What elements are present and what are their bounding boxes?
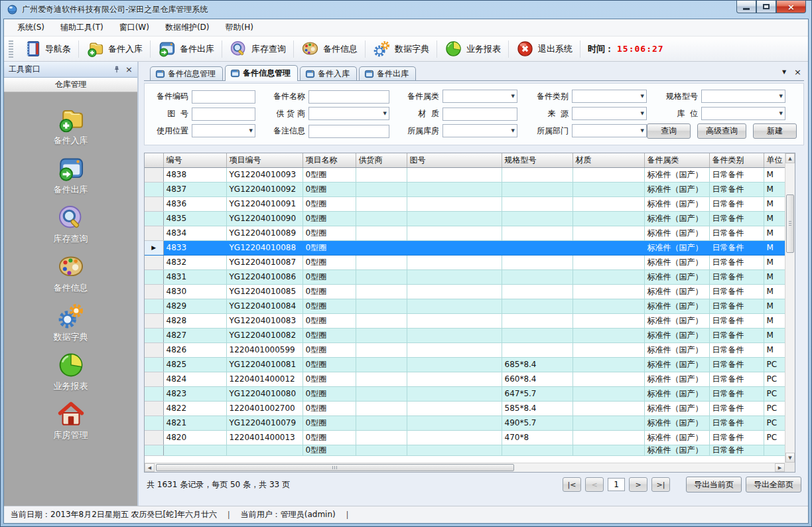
part-class-select[interactable] (442, 90, 517, 103)
last-page-button[interactable]: >| (651, 477, 670, 492)
table-row[interactable]: 4821YG122040100790型圈490*5.7标准件（国产）日常备件PC (145, 415, 785, 430)
table-row[interactable]: 0型圈标准件（国产）日常备件 (145, 445, 785, 455)
scroll-left-icon[interactable]: ◀ (145, 463, 155, 472)
table-row[interactable]: 482212204010027000型圈585*8.4标准件（国产）日常备件PC (145, 401, 785, 415)
table-row[interactable]: 4832YG122040100870型圈标准件（国产）日常备件M (145, 255, 785, 269)
toolbar-stock-out-button[interactable]: 备件出库 (153, 38, 220, 60)
column-header-10[interactable]: 单位 (764, 153, 785, 167)
column-header-8[interactable]: 备件属类 (644, 153, 709, 167)
warehouse-select[interactable] (442, 124, 517, 137)
first-page-button[interactable]: |< (563, 477, 581, 492)
sidebar-item-data-dict[interactable]: 数据字典 (54, 302, 88, 343)
cell: 4833 (163, 240, 226, 255)
material-input[interactable] (442, 108, 517, 121)
menu-item-1[interactable]: 系统(S) (9, 19, 52, 37)
tab-3[interactable]: 备件入库 (300, 66, 357, 80)
sidebar-item-report[interactable]: 业务报表 (54, 351, 88, 392)
tab-close-icon[interactable]: × (794, 68, 801, 76)
next-page-button[interactable]: > (629, 477, 647, 492)
horizontal-scroll-thumb[interactable] (156, 464, 514, 471)
table-row[interactable]: 4829YG122040100840型圈标准件（国产）日常备件M (145, 299, 785, 313)
minimize-button[interactable] (736, 1, 756, 13)
table-row[interactable]: 4823YG122040100800型圈647*5.7标准件（国产）日常备件PC (145, 386, 785, 401)
toolbar-navbar-button[interactable]: 导航条 (18, 38, 76, 60)
remark-input[interactable] (308, 125, 389, 138)
pin-icon[interactable] (112, 65, 121, 74)
sidebar-item-warehouse[interactable]: 库房管理 (54, 400, 88, 441)
tab-1[interactable]: 备件信息管理 (150, 66, 223, 80)
column-header-6[interactable]: 规格型号 (502, 153, 573, 167)
cell: 日常备件 (709, 255, 764, 269)
column-header-3[interactable]: 项目名称 (303, 153, 356, 167)
part-category-select[interactable] (572, 90, 647, 103)
supplier-select[interactable] (308, 107, 389, 120)
toolbar-inventory-query-button[interactable]: 库存查询 (224, 38, 291, 60)
export-all-pages-button[interactable]: 导出全部页 (746, 477, 801, 492)
tab-4[interactable]: 备件出库 (359, 66, 416, 80)
menu-item-4[interactable]: 数据维护(D) (157, 19, 218, 37)
table-row[interactable]: 4836YG122040100910型圈标准件（国产）日常备件M (145, 196, 785, 211)
maximize-button[interactable] (756, 1, 776, 13)
scroll-down-icon[interactable]: ▼ (785, 453, 795, 463)
table-row[interactable]: 4837YG122040100920型圈标准件（国产）日常备件M (145, 182, 785, 196)
source-select[interactable] (572, 107, 647, 120)
drawing-no-input[interactable] (192, 108, 255, 121)
table-row[interactable]: 4831YG122040100860型圈标准件（国产）日常备件M (145, 269, 785, 284)
toolbar-stock-in-button[interactable]: 备件入库 (81, 38, 148, 60)
sidebar-item-parts-info[interactable]: 备件信息 (54, 253, 88, 294)
table-row[interactable]: 4835YG122040100900型圈标准件（国产）日常备件M (145, 211, 785, 226)
column-header-0[interactable] (145, 153, 163, 167)
table-row[interactable]: 4825YG122040100810型圈685*8.4标准件（国产）日常备件PC (145, 357, 785, 372)
column-header-9[interactable]: 备件类别 (709, 153, 764, 167)
part-code-input[interactable] (192, 90, 255, 104)
advanced-query-button[interactable]: 高级查询 (697, 123, 746, 139)
sidebar-group-title[interactable]: 仓库管理 (4, 78, 137, 92)
table-row[interactable]: 4830YG122040100850型圈标准件（国产）日常备件M (145, 284, 785, 299)
toolbar-data-dict-button[interactable]: 数据字典 (368, 38, 435, 60)
column-header-4[interactable]: 供货商 (356, 153, 407, 167)
table-row[interactable]: 4827YG122040100820型圈标准件（国产）日常备件M (145, 328, 785, 342)
horizontal-scrollbar[interactable]: ◀ ▶ (145, 463, 785, 472)
scroll-right-icon[interactable]: ▶ (775, 463, 785, 472)
column-header-7[interactable]: 材质 (573, 153, 644, 167)
table-row[interactable]: 4834YG122040100890型圈标准件（国产）日常备件M (145, 226, 785, 240)
toolbar-exit-button[interactable]: 退出系统 (511, 38, 578, 60)
table-row[interactable]: 482612204010005990型圈标准件（国产）日常备件M (145, 342, 785, 357)
location-select[interactable] (701, 107, 785, 120)
toolbar-parts-info-button[interactable]: 备件信息 (296, 38, 363, 60)
table-row[interactable]: 4828YG122040100830型圈标准件（国产）日常备件M (145, 313, 785, 328)
sidebar-item-inventory-query[interactable]: 库存查询 (54, 204, 88, 245)
vertical-scrollbar[interactable]: ▲ ▼ (785, 153, 795, 463)
title-bar[interactable]: 广州爱奇迪软件科技有限公司-深田之星仓库管理系统 × (1, 1, 811, 19)
table-row[interactable]: 4838YG122040100930型圈标准件（国产）日常备件M (145, 167, 785, 182)
table-row[interactable]: 482412204014000120型圈660*8.4标准件（国产）日常备件PC (145, 372, 785, 386)
spec-model-select[interactable] (701, 90, 785, 103)
menu-item-2[interactable]: 辅助工具(T) (52, 19, 111, 37)
report-icon (444, 40, 462, 58)
toolbar-report-button[interactable]: 业务报表 (439, 38, 506, 60)
toolbar-grip[interactable] (9, 40, 13, 58)
tab-list-dropdown-icon[interactable]: ▼ (782, 69, 786, 75)
page-number-input[interactable] (608, 478, 625, 491)
sidebar-item-stock-in[interactable]: 备件入库 (54, 106, 88, 147)
export-current-page-button[interactable]: 导出当前页 (686, 477, 742, 492)
close-button[interactable]: × (776, 1, 806, 13)
menu-item-5[interactable]: 帮助(H) (218, 19, 261, 37)
vertical-scroll-thumb[interactable] (786, 194, 794, 253)
column-header-5[interactable]: 图号 (407, 153, 502, 167)
panel-close-icon[interactable]: × (125, 65, 133, 74)
column-header-1[interactable]: 编号 (163, 153, 226, 167)
department-select[interactable] (572, 124, 647, 137)
usage-position-select[interactable] (192, 124, 255, 137)
menu-item-3[interactable]: 窗口(W) (111, 19, 157, 37)
prev-page-button[interactable]: < (585, 477, 604, 492)
tab-2[interactable]: 备件信息管理 (225, 65, 298, 81)
column-header-2[interactable]: 项目编号 (226, 153, 303, 167)
table-row[interactable]: 482012204014000130型圈470*8标准件（国产）日常备件PC (145, 430, 785, 445)
scroll-up-icon[interactable]: ▲ (785, 153, 795, 163)
query-button[interactable]: 查询 (647, 123, 691, 139)
sidebar-item-stock-out[interactable]: 备件出库 (54, 155, 88, 196)
create-button[interactable]: 新建 (753, 123, 797, 139)
part-name-input[interactable] (308, 90, 389, 104)
table-row[interactable]: ▶4833YG122040100880型圈标准件（国产）日常备件M (145, 240, 785, 255)
